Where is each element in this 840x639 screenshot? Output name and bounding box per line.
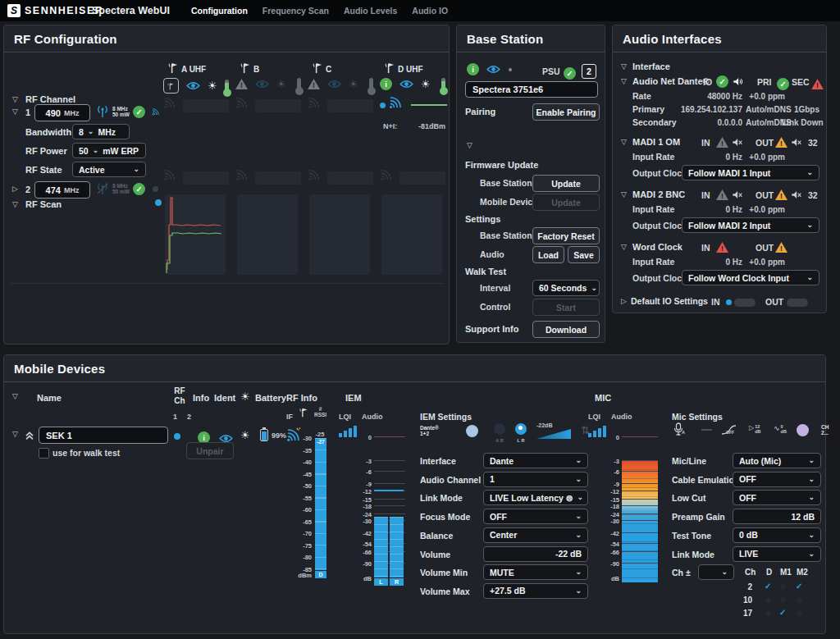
mic-preamp-gain-input[interactable]: 12 dB: [733, 509, 821, 524]
antenna-D UHF-status-row: i☀: [380, 78, 449, 90]
matrix-empty-cell[interactable]: [780, 584, 786, 590]
mic-row-label: Test Tone: [672, 531, 711, 541]
matrix-empty-cell[interactable]: [765, 610, 771, 616]
mic-link-mode-select[interactable]: LIVE⌄: [733, 546, 821, 562]
flash-icon[interactable]: ☀: [208, 80, 217, 91]
mic-cable-emulation-select[interactable]: OFF⌄: [733, 472, 821, 487]
default-io-expander[interactable]: ▷: [621, 298, 627, 305]
unpair-button[interactable]: Unpair: [186, 442, 234, 459]
rf-scan-panel[interactable]: [165, 194, 226, 275]
flash-icon[interactable]: ☀: [421, 79, 431, 89]
device-flash-icon[interactable]: ☀: [240, 430, 250, 440]
input-rate-ppm: +0.0 ppm: [746, 205, 785, 214]
fw-mobile-update-button[interactable]: Update: [532, 194, 600, 211]
clock-channel-count: 32: [808, 190, 818, 200]
nav-configuration[interactable]: Configuration: [191, 6, 248, 16]
collapse-up-icon[interactable]: [25, 431, 34, 440]
output-clock-select[interactable]: Follow MADI 2 Input⌄: [682, 217, 819, 233]
subcol-if: IF: [286, 413, 293, 421]
load-button[interactable]: Load: [532, 246, 564, 263]
subcol-ch1: 1: [173, 413, 177, 421]
base-settings-expander[interactable]: ▽: [467, 142, 472, 149]
flash-icon[interactable]: ☀: [349, 79, 358, 89]
walk-start-button[interactable]: Start: [532, 299, 600, 316]
output-clock-select[interactable]: Follow Word Clock Input⌄: [682, 270, 819, 285]
rssi-tick: -55: [294, 495, 312, 502]
iem-volume-input[interactable]: -22 dB: [483, 546, 588, 562]
devices-expander[interactable]: ▽: [12, 393, 18, 400]
antenna-icon: [240, 62, 251, 74]
device-count-badge: 2: [582, 64, 596, 79]
ch1-strip-signal: [308, 96, 321, 112]
warning-icon: !: [716, 242, 728, 253]
rf-scan-panel[interactable]: [309, 194, 370, 275]
interval-select[interactable]: 60 Seconds ⌄: [532, 280, 600, 296]
warning-icon: !: [775, 242, 788, 253]
eye-icon[interactable]: [186, 81, 200, 90]
matrix-check-icon[interactable]: ✓: [765, 582, 771, 591]
flash-icon[interactable]: ☀: [276, 79, 286, 89]
iem-audio-channel-select[interactable]: 1⌄: [483, 472, 588, 487]
matrix-check-icon[interactable]: ✓: [796, 582, 802, 591]
pairing-label: Pairing: [465, 107, 495, 116]
dante-row-v2: Auto/mDNS: [746, 118, 785, 127]
ch-pm-select[interactable]: ⌄: [698, 564, 734, 580]
save-button[interactable]: Save: [568, 246, 600, 263]
rf-scan-panel[interactable]: [381, 194, 442, 275]
ch2-strip: [183, 171, 229, 185]
matrix-empty-cell[interactable]: [765, 597, 771, 603]
base-station-name-input[interactable]: Spectera 3751e6: [465, 81, 598, 98]
walk-test-checkbox[interactable]: [39, 448, 49, 459]
clock-section-label: Word Clock: [632, 242, 682, 252]
rssi-tick: -75: [294, 542, 312, 550]
default-io-out-toggle[interactable]: [787, 299, 808, 307]
interface-expander[interactable]: ▽: [621, 63, 627, 71]
matrix-empty-cell[interactable]: [780, 597, 786, 603]
mic-row-label: Low Cut: [672, 493, 705, 503]
output-clock-select[interactable]: Follow MADI 1 Input⌄: [682, 165, 819, 180]
audio-tick: -30: [360, 518, 372, 525]
download-button[interactable]: Download: [532, 321, 600, 338]
col-battery: Battery: [255, 393, 286, 403]
matrix-check-icon[interactable]: ✓: [779, 608, 786, 617]
iem-row-value: MUTE: [490, 568, 514, 577]
eye-icon[interactable]: [327, 80, 341, 89]
walk-test-label: use for walk test: [52, 448, 120, 458]
default-io-in-label: IN: [711, 297, 720, 307]
clock-section-expander[interactable]: ▽: [621, 191, 627, 199]
rssi-peak-value: -25: [313, 431, 327, 438]
default-io-in-toggle[interactable]: [734, 299, 756, 307]
eye-icon[interactable]: [399, 80, 413, 89]
signal-icon: [380, 168, 393, 181]
rf-scan-panel[interactable]: [237, 194, 298, 275]
iem-balance-select[interactable]: Center⌄: [483, 527, 588, 543]
nav-frequency-scan[interactable]: Frequency Scan: [262, 6, 329, 16]
matrix-empty-cell[interactable]: [797, 597, 802, 603]
clock-section-expander[interactable]: ▽: [621, 139, 627, 146]
factory-reset-button[interactable]: Factory Reset: [532, 227, 600, 244]
enable-pairing-button[interactable]: Enable Pairing: [532, 103, 600, 121]
mic-test-tone-select[interactable]: 0 dB⌄: [733, 527, 821, 543]
audio-unit: dB: [608, 575, 619, 582]
dante-expander[interactable]: ▽: [621, 78, 627, 85]
nav-audio-levels[interactable]: Audio Levels: [344, 6, 397, 16]
eye-icon[interactable]: [486, 65, 500, 74]
iem-volume-max-select[interactable]: +27.5 dB⌄: [483, 583, 588, 599]
col-ch: Ch: [171, 396, 188, 406]
antenna-C: C: [313, 62, 331, 74]
matrix-empty-cell[interactable]: [797, 610, 802, 616]
iem-focus-mode-select[interactable]: OFF⌄: [483, 509, 588, 524]
preamp-gain-icon: ▷12dB: [749, 424, 761, 435]
nav-audio-io[interactable]: Audio IO: [412, 6, 448, 16]
mic-mic-line-select[interactable]: Auto (Mic)⌄: [733, 453, 821, 468]
device-collapse[interactable]: [25, 429, 34, 444]
mic-low-cut-select[interactable]: OFF⌄: [733, 490, 821, 505]
device-name-input[interactable]: SEK 1: [39, 427, 168, 444]
iem-volume-min-select[interactable]: MUTE⌄: [483, 564, 588, 580]
fw-base-update-button[interactable]: Update: [532, 175, 600, 192]
device-expander[interactable]: ▽: [12, 431, 18, 438]
clock-section-expander[interactable]: ▽: [621, 244, 627, 251]
eye-icon[interactable]: [255, 80, 269, 89]
iem-interface-select[interactable]: Dante⌄: [483, 453, 588, 468]
iem-link-mode-select[interactable]: LIVE Low Latency ⊜⌄: [483, 490, 588, 505]
